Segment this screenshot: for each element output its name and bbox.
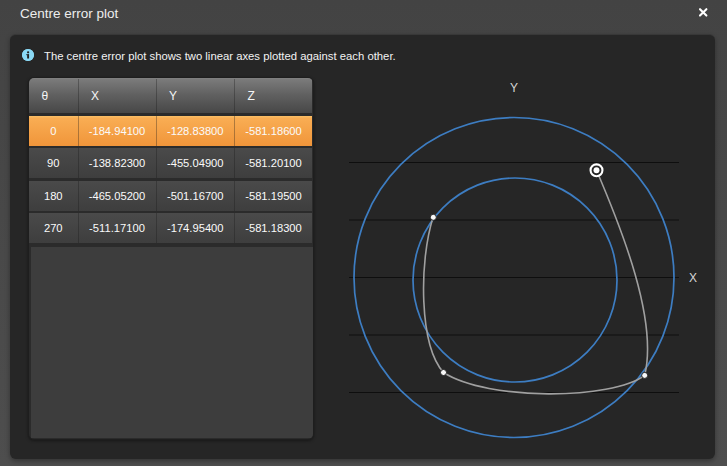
svg-text:Y: Y: [510, 81, 518, 95]
svg-text:X: X: [689, 271, 697, 285]
